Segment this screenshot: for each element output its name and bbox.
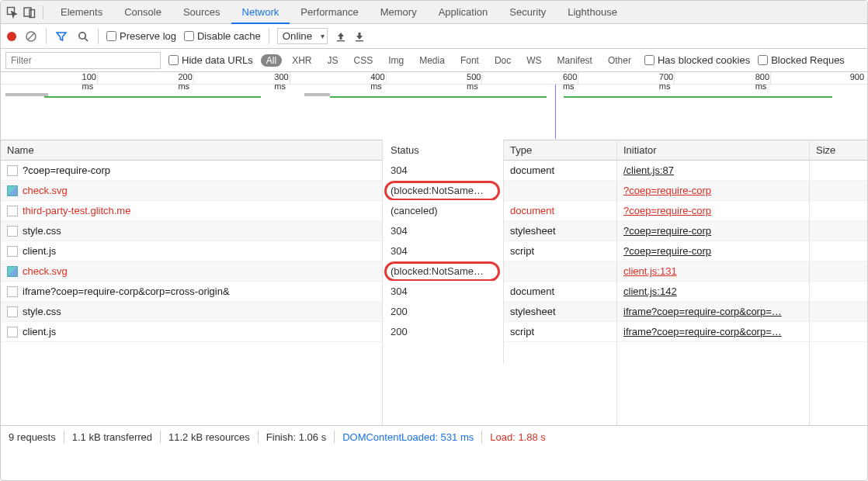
chip-ws[interactable]: WS <box>521 54 547 67</box>
ruler-tick: 100 ms <box>97 72 99 84</box>
tab-application[interactable]: Application <box>428 1 499 24</box>
status-bar: 9 requests 1.1 kB transferred 11.2 kB re… <box>1 426 867 448</box>
request-initiator-link[interactable]: iframe?coep=require-corp&corp=… <box>623 326 782 337</box>
request-initiator-link[interactable]: ?coep=require-corp <box>623 225 711 237</box>
overview-timeline[interactable]: 100 ms200 ms300 ms400 ms500 ms600 ms700 … <box>1 72 867 140</box>
table-row[interactable]: style.css304stylesheet?coep=require-corp <box>1 221 867 241</box>
has-blocked-cookies-checkbox[interactable]: Has blocked cookies <box>644 54 750 66</box>
request-name: check.svg <box>23 265 68 277</box>
col-status[interactable]: Status <box>383 140 504 161</box>
chip-xhr[interactable]: XHR <box>286 54 317 67</box>
request-status: (blocked:NotSame… <box>391 185 484 196</box>
request-type: stylesheet <box>510 306 556 317</box>
col-initiator[interactable]: Initiator <box>617 140 810 160</box>
ruler-tick: 300 ms <box>290 72 292 84</box>
chip-doc[interactable]: Doc <box>489 54 516 67</box>
table-row[interactable]: check.svg(blocked:NotSame…client.js:131 <box>1 261 867 282</box>
blocked-requests-checkbox[interactable]: Blocked Reques <box>758 54 845 66</box>
search-icon[interactable] <box>76 29 90 43</box>
request-initiator-link[interactable]: client.js:131 <box>623 265 677 277</box>
request-initiator-link[interactable]: /client.js:87 <box>623 164 674 176</box>
request-type: script <box>510 245 534 257</box>
col-name[interactable]: Name <box>1 140 383 160</box>
hide-data-urls-checkbox[interactable]: Hide data URLs <box>168 54 253 66</box>
request-name: check.svg <box>23 185 68 196</box>
divider <box>98 29 99 44</box>
table-row[interactable]: client.js304script?coep=require-corp <box>1 241 867 261</box>
disable-cache-checkbox[interactable]: Disable cache <box>184 30 261 42</box>
tab-security[interactable]: Security <box>498 1 557 24</box>
request-status: 304 <box>391 245 408 257</box>
svg-point-4 <box>79 32 85 38</box>
request-type: document <box>510 164 554 176</box>
divider <box>269 29 269 44</box>
table-row[interactable]: third-party-test.glitch.me(canceled)docu… <box>1 201 867 221</box>
chip-font[interactable]: Font <box>455 54 484 67</box>
divider <box>160 431 161 443</box>
tab-network[interactable]: Network <box>231 1 290 24</box>
chip-css[interactable]: CSS <box>348 54 378 67</box>
overview-segment <box>304 93 330 96</box>
status-finish: Finish: 1.06 s <box>266 431 326 443</box>
throttling-select[interactable]: Online <box>277 28 328 44</box>
tab-elements[interactable]: Elements <box>50 1 113 24</box>
request-type: document <box>510 205 554 216</box>
inspect-icon[interactable] <box>5 5 19 19</box>
filter-input[interactable] <box>5 52 161 69</box>
image-file-icon <box>7 266 18 277</box>
request-initiator-link[interactable]: iframe?coep=require-corp&corp=… <box>623 306 782 317</box>
document-file-icon <box>7 327 18 337</box>
tab-sources[interactable]: Sources <box>172 1 231 24</box>
has-blocked-cookies-label: Has blocked cookies <box>658 54 750 66</box>
document-file-icon <box>7 306 18 317</box>
table-row[interactable]: check.svg(blocked:NotSame…?coep=require-… <box>1 181 867 201</box>
table-row[interactable]: client.js200scriptiframe?coep=require-co… <box>1 322 867 342</box>
svg-rect-5 <box>337 40 345 41</box>
request-status: 304 <box>391 285 408 297</box>
request-initiator-link[interactable]: ?coep=require-corp <box>623 205 711 216</box>
table-row[interactable]: iframe?coep=require-corp&corp=cross-orig… <box>1 282 867 302</box>
request-type: stylesheet <box>510 225 556 237</box>
request-initiator-link[interactable]: ?coep=require-corp <box>623 185 711 196</box>
col-size[interactable]: Size <box>810 140 867 160</box>
ruler-tick: 500 ms <box>481 72 484 84</box>
request-name: client.js <box>23 245 56 257</box>
chip-media[interactable]: Media <box>414 54 450 67</box>
table-row[interactable]: style.css200stylesheetiframe?coep=requir… <box>1 302 867 322</box>
request-initiator-link[interactable]: client.js:142 <box>623 285 677 297</box>
download-har-icon[interactable] <box>354 31 365 42</box>
table-row[interactable]: ?coep=require-corp304document/client.js:… <box>1 161 867 181</box>
chip-all[interactable]: All <box>261 54 282 67</box>
record-button[interactable] <box>7 32 16 41</box>
hide-data-urls-label: Hide data URLs <box>182 54 253 66</box>
clear-icon[interactable] <box>24 29 38 43</box>
request-status: 304 <box>391 164 408 176</box>
request-size <box>810 261 867 281</box>
filter-bar: Hide data URLs AllXHRJSCSSImgMediaFontDo… <box>1 49 867 72</box>
tab-memory[interactable]: Memory <box>370 1 428 24</box>
request-initiator-link[interactable]: ?coep=require-corp <box>623 245 711 257</box>
col-type[interactable]: Type <box>504 140 617 160</box>
upload-har-icon[interactable] <box>335 31 346 42</box>
device-toggle-icon[interactable] <box>23 5 36 19</box>
chip-manifest[interactable]: Manifest <box>552 54 598 67</box>
table-header[interactable]: Name Status Type Initiator Size <box>1 140 867 161</box>
chip-img[interactable]: Img <box>383 54 409 67</box>
divider <box>43 5 43 19</box>
tab-lighthouse[interactable]: Lighthouse <box>557 1 628 24</box>
request-type: document <box>510 285 554 297</box>
ruler-tick: 600 ms <box>578 72 580 84</box>
type-filter-chips: AllXHRJSCSSImgMediaFontDocWSManifestOthe… <box>261 54 637 67</box>
tab-console[interactable]: Console <box>113 1 172 24</box>
preserve-log-checkbox[interactable]: Preserve log <box>106 30 176 42</box>
request-size <box>810 181 867 200</box>
document-file-icon <box>7 165 18 176</box>
tab-performance[interactable]: Performance <box>290 1 369 24</box>
request-status: (canceled) <box>391 205 438 216</box>
filter-toggle-icon[interactable] <box>54 29 68 43</box>
chip-js[interactable]: JS <box>321 54 343 67</box>
table-body: ?coep=require-corp304document/client.js:… <box>1 161 867 342</box>
svg-rect-6 <box>356 40 363 41</box>
chip-other[interactable]: Other <box>602 54 637 67</box>
request-status: (blocked:NotSame… <box>391 265 484 277</box>
